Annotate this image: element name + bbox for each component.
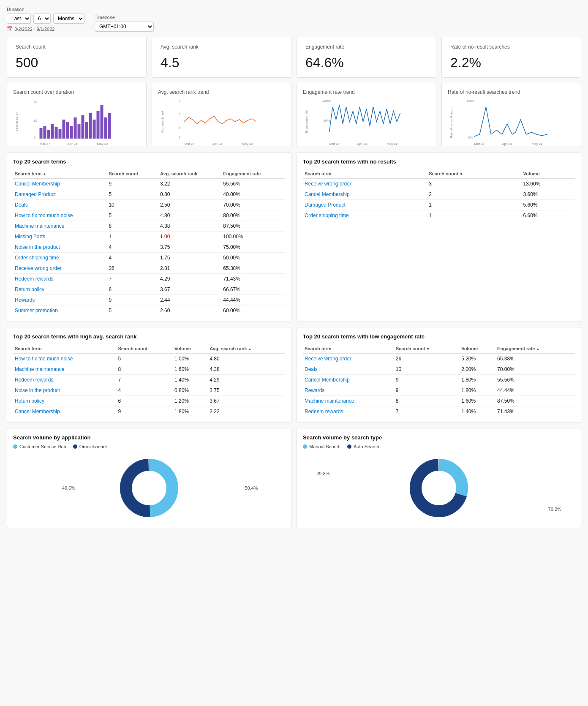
col-engagement[interactable]: Engagement rate: [221, 169, 285, 179]
svg-text:4: 4: [179, 126, 181, 130]
col-search-term[interactable]: Search term: [303, 344, 394, 354]
col-search-count[interactable]: Search count: [116, 344, 173, 354]
term-cell[interactable]: Rewards: [13, 295, 107, 305]
count-cell: 5: [107, 210, 158, 221]
col-volume[interactable]: Volume: [522, 169, 575, 179]
rank-cell: 3.75: [208, 385, 285, 396]
term-cell[interactable]: Damaged Product: [303, 200, 427, 210]
term-cell[interactable]: Order shipping time: [13, 253, 107, 263]
col-avg-rank[interactable]: Avg. search rank: [158, 169, 221, 179]
col-volume[interactable]: Volume: [173, 344, 208, 354]
table-row: Deals 10 2.50 70.00%: [13, 200, 285, 210]
engagement-cell: 44.44%: [495, 385, 575, 396]
volume-cell: 1.60%: [460, 396, 495, 406]
col-engagement[interactable]: Engagement rate: [495, 344, 575, 354]
term-cell[interactable]: Order shipping time: [303, 210, 427, 221]
term-cell[interactable]: Missing Parts: [13, 232, 107, 242]
svg-text:Mar 27: Mar 27: [329, 142, 340, 146]
term-cell[interactable]: Cancel Membership: [13, 406, 116, 417]
svg-text:10: 10: [34, 119, 38, 123]
col-search-count[interactable]: Search count: [394, 344, 460, 354]
svg-text:May 22: May 22: [97, 142, 109, 146]
term-cell[interactable]: Machine maintenance: [303, 396, 394, 406]
high-rank-scroll[interactable]: Search term Search count Volume Avg. sea…: [13, 344, 285, 417]
col-avg-rank[interactable]: Avg. search rank: [208, 344, 285, 354]
col-volume[interactable]: Volume: [460, 344, 495, 354]
rank-cell: 1.00: [158, 232, 221, 242]
period-value-select[interactable]: 6: [33, 14, 51, 24]
volume-cell: 6.60%: [522, 210, 575, 221]
pie-label-omni: 50.4%: [245, 485, 258, 491]
metric-card-no-result: Rate of no-result searches 2.2%: [441, 37, 581, 78]
rank-cell: 4.29: [208, 375, 285, 385]
metric-title-no-result: Rate of no-result searches: [450, 44, 572, 50]
tables-row-1: Top 20 search terms Search term Search c…: [7, 152, 581, 322]
term-cell[interactable]: Deals: [13, 200, 107, 210]
rank-cell: 3.22: [208, 406, 285, 417]
term-cell[interactable]: Damaged Product: [13, 189, 107, 200]
term-cell[interactable]: Summer promotion: [13, 305, 107, 316]
term-cell[interactable]: Cancel Membership: [303, 375, 394, 385]
table-row: Cancel Membership 9 1.80% 55.56%: [303, 375, 575, 385]
top20-no-results-card: Top 20 search terms with no results Sear…: [297, 152, 581, 322]
table-row: Receive wrong order 3 13.60%: [303, 179, 575, 189]
term-cell[interactable]: Redeem rewards: [13, 375, 116, 385]
pie-row: Search volume by application Customer Se…: [7, 428, 581, 528]
top20-low-engagement-card: Top 20 search terms with low engagement …: [297, 327, 581, 423]
term-cell[interactable]: How to fix too much noise: [13, 354, 116, 364]
term-cell[interactable]: Redeem rewards: [13, 274, 107, 284]
legend-label-auto: Auto Search: [354, 444, 379, 449]
top20-high-rank-card: Top 20 search terms with high avg. searc…: [7, 327, 291, 423]
term-cell[interactable]: Noise in the product: [13, 385, 116, 396]
table-header-row: Search term Search count Volume Engageme…: [303, 344, 575, 354]
engagement-cell: 100.00%: [221, 232, 285, 242]
term-cell[interactable]: Cancel Membership: [303, 189, 427, 200]
svg-rect-15: [82, 115, 84, 139]
rank-cell: 3.22: [158, 179, 221, 189]
timezone-select[interactable]: GMT+01:00: [95, 22, 154, 32]
volume-cell: 1.80%: [173, 406, 208, 417]
term-cell[interactable]: Return policy: [13, 396, 116, 406]
period-unit-select[interactable]: Months: [53, 14, 84, 24]
col-search-term[interactable]: Search term: [13, 169, 107, 179]
volume-cell: 2.00%: [460, 364, 495, 375]
legend-item-omni: Omnichannel: [73, 444, 107, 449]
term-cell[interactable]: Rewards: [303, 385, 394, 396]
table-row: Machine maintenance 8 4.38 87.50%: [13, 221, 285, 232]
col-search-count[interactable]: Search count: [107, 169, 158, 179]
count-cell: 2: [427, 189, 521, 200]
term-cell[interactable]: Cancel Membership: [13, 179, 107, 189]
count-cell: 4: [116, 385, 173, 396]
top20-low-engagement-title: Top 20 search terms with low engagement …: [303, 333, 575, 340]
term-cell[interactable]: Noise in the product: [13, 242, 107, 253]
svg-rect-4: [40, 128, 43, 139]
period-type-select[interactable]: Last: [7, 14, 31, 24]
term-cell[interactable]: Deals: [303, 364, 394, 375]
term-cell[interactable]: Return policy: [13, 284, 107, 295]
term-cell[interactable]: Receive wrong order: [13, 263, 107, 274]
pie-label-auto: 70.2%: [548, 507, 561, 512]
volume-cell: 1.40%: [460, 406, 495, 417]
engagement-cell: 80.00%: [221, 210, 285, 221]
top20-low-engagement-table: Search term Search count Volume Engageme…: [303, 344, 575, 417]
col-search-term[interactable]: Search term: [303, 169, 427, 179]
term-cell[interactable]: Machine maintenance: [13, 364, 116, 375]
pie-label-manual: 29.8%: [316, 471, 329, 476]
term-cell[interactable]: Machine maintenance: [13, 221, 107, 232]
count-cell: 9: [116, 406, 173, 417]
col-search-term[interactable]: Search term: [13, 344, 116, 354]
term-cell[interactable]: Redeem rewards: [303, 406, 394, 417]
metric-title-search-count: Search count: [16, 44, 138, 50]
table-row: Return policy 6 1.20% 3.67: [13, 396, 285, 406]
svg-text:Mar 27: Mar 27: [185, 142, 195, 146]
low-engagement-scroll[interactable]: Search term Search count Volume Engageme…: [303, 344, 575, 417]
metric-value-engagement: 64.6%: [305, 55, 427, 71]
term-cell[interactable]: How to fix too much noise: [13, 210, 107, 221]
term-cell[interactable]: Receive wrong order: [303, 179, 427, 189]
svg-text:0%: 0%: [468, 136, 474, 139]
term-cell[interactable]: Receive wrong order: [303, 354, 394, 364]
rank-cell: 3.67: [208, 396, 285, 406]
col-search-count[interactable]: Search count: [427, 169, 521, 179]
table-row: Machine maintenance 8 1.60% 87.50%: [303, 396, 575, 406]
chart-title-search-count: Search count over duration: [13, 89, 140, 95]
